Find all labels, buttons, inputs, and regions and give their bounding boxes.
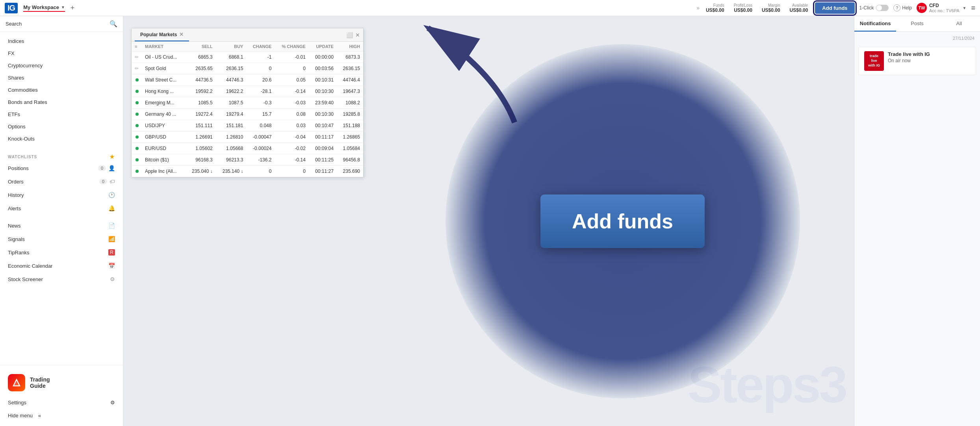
high-value: 235.690 — [337, 166, 363, 177]
popular-markets-tab[interactable]: Popular Markets ✕ — [135, 28, 189, 41]
table-row[interactable]: ✏Oil - US Crud...6865.36868.1-1-0.0100:0… — [132, 52, 363, 63]
table-row[interactable]: EUR/USD1.056021.05668-0.00024-0.0200:09:… — [132, 143, 363, 154]
sidebar-item-signals[interactable]: Signals 📶 — [0, 232, 123, 246]
notif-title: Trade live with IG — [888, 51, 970, 57]
notif-card[interactable]: tradelivewith IG Trade live with IG On a… — [858, 47, 976, 75]
table-row[interactable]: Wall Street C...44736.544746.320.60.0500… — [132, 74, 363, 86]
sidebar-item-options[interactable]: Options — [0, 120, 123, 133]
margin-display: Margin US$0.00 — [762, 3, 780, 13]
high-value: 1088.2 — [337, 97, 363, 109]
notif-tab-bar: Notifications Posts All — [854, 16, 980, 32]
market-name[interactable]: Apple Inc (All... — [142, 166, 185, 177]
table-row[interactable]: Hong Kong ...19592.219622.2-28.1-0.1400:… — [132, 86, 363, 97]
star-icon[interactable]: ★ — [110, 154, 115, 160]
market-name[interactable]: Emerging M... — [142, 97, 185, 109]
table-row[interactable]: Emerging M...1085.51087.5-0.3-0.0323:59:… — [132, 97, 363, 109]
add-funds-large-button[interactable]: Add funds — [540, 194, 705, 248]
spotlight-circle: Add funds — [445, 44, 800, 398]
sidebar-item-history[interactable]: History 🕐 — [0, 188, 123, 202]
table-row[interactable]: ✏Spot Gold2635.652636.150000:03:562636.1… — [132, 63, 363, 74]
high-value: 19285.8 — [337, 109, 363, 120]
row-status — [132, 109, 142, 120]
workspace-switcher[interactable]: My Workspace ▼ — [23, 4, 65, 12]
sidebar-item-bonds-rates[interactable]: Bonds and Rates — [0, 96, 123, 108]
sidebar-item-commodities[interactable]: Commodities — [0, 84, 123, 96]
sell-price: 19592.2 — [185, 86, 216, 97]
add-tab-button[interactable]: + — [71, 4, 75, 12]
tab-notifications[interactable]: Notifications — [854, 16, 896, 31]
sidebar-item-alerts[interactable]: Alerts 🔔 — [0, 202, 123, 215]
sidebar-item-indices[interactable]: Indices — [0, 35, 123, 47]
help-button[interactable]: ? Help — [893, 4, 912, 11]
tab-posts[interactable]: Posts — [896, 16, 938, 31]
sidebar-item-knock-outs[interactable]: Knock-Outs — [0, 133, 123, 145]
restore-window-button[interactable]: ⬜ — [346, 32, 353, 38]
col-header-market[interactable]: MARKET — [142, 42, 185, 52]
market-name[interactable]: Hong Kong ... — [142, 86, 185, 97]
sidebar-item-news[interactable]: News 📄 — [0, 219, 123, 232]
one-click-toggle[interactable] — [876, 5, 889, 11]
account-caret[interactable]: ▼ — [963, 6, 967, 10]
market-name[interactable]: Wall Street C... — [142, 74, 185, 86]
hide-menu-button[interactable]: Hide menu « — [0, 409, 123, 422]
close-window-button[interactable]: ✕ — [355, 32, 360, 38]
sidebar-item-positions[interactable]: Positions 0 👤 — [0, 161, 123, 175]
sidebar-item-shares[interactable]: Shares — [0, 72, 123, 84]
watchlists-label: WATCHLISTS — [8, 155, 37, 159]
col-header-pct-change[interactable]: % CHANGE — [275, 42, 309, 52]
sidebar-item-stock-screener[interactable]: Stock Screener ⚙ — [0, 272, 123, 286]
table-row[interactable]: Bitcoin ($1)96168.396213.3-136.2-0.1400:… — [132, 154, 363, 166]
market-name[interactable]: GBP/USD — [142, 132, 185, 143]
col-header-buy[interactable]: BUY — [216, 42, 247, 52]
change-value: -0.3 — [246, 97, 275, 109]
market-name[interactable]: Oil - US Crud... — [142, 52, 185, 63]
edit-icon[interactable]: ✏ — [135, 54, 139, 60]
market-name[interactable]: Bitcoin ($1) — [142, 154, 185, 166]
close-tab-icon[interactable]: ✕ — [179, 31, 184, 37]
sidebar-search[interactable]: Search 🔍 — [0, 16, 123, 32]
col-header-update[interactable]: UPDATE — [309, 42, 337, 52]
update-time: 00:03:56 — [309, 63, 337, 74]
calendar-icon: 📅 — [108, 263, 115, 269]
sell-price: 2635.65 — [185, 63, 216, 74]
update-time: 00:00:00 — [309, 52, 337, 63]
sidebar-item-fx[interactable]: FX — [0, 47, 123, 59]
market-name[interactable]: EUR/USD — [142, 143, 185, 154]
table-row[interactable]: Germany 40 ...19272.419279.415.70.0800:1… — [132, 109, 363, 120]
sidebar-item-economic-calendar[interactable]: Economic Calendar 📅 — [0, 259, 123, 272]
available-display: Available US$0.00 — [790, 3, 808, 13]
steps-watermark: Steps3 — [688, 355, 846, 414]
trading-guide-logo — [8, 374, 25, 391]
collapse-arrows[interactable]: » — [696, 5, 700, 11]
tab-all[interactable]: All — [938, 16, 980, 31]
add-funds-button[interactable]: Add funds — [815, 2, 854, 14]
sidebar-item-etfs[interactable]: ETFs — [0, 108, 123, 120]
pct-change-value: 0 — [275, 63, 309, 74]
sidebar-item-cryptocurrency[interactable]: Cryptocurrency — [0, 59, 123, 72]
row-status — [132, 86, 142, 97]
col-header-sell[interactable]: SELL — [185, 42, 216, 52]
orders-badge: 0 — [99, 179, 107, 184]
sell-price: 19272.4 — [185, 109, 216, 120]
table-row[interactable]: Apple Inc (All...235.040 ↓235.140 ↓0000:… — [132, 166, 363, 177]
market-name[interactable]: Germany 40 ... — [142, 109, 185, 120]
col-header-change[interactable]: CHANGE — [246, 42, 275, 52]
table-row[interactable]: USD/JPY151.111151.1810.0480.0300:10:4715… — [132, 120, 363, 132]
market-name[interactable]: Spot Gold — [142, 63, 185, 74]
row-status — [132, 143, 142, 154]
sidebar-item-tipranks[interactable]: TipRanks R — [0, 246, 123, 259]
col-header-indicator: ≡ — [132, 42, 142, 52]
col-header-high[interactable]: HIGH — [337, 42, 363, 52]
signals-icon: 📶 — [108, 236, 115, 242]
sidebar-item-orders[interactable]: Orders 0 🏷 — [0, 175, 123, 188]
market-name[interactable]: USD/JPY — [142, 120, 185, 132]
hamburger-menu-icon[interactable]: ≡ — [971, 4, 975, 12]
row-status — [132, 74, 142, 86]
edit-icon[interactable]: ✏ — [135, 66, 139, 71]
trading-guide-link[interactable]: TradingGuide — [0, 369, 123, 396]
popup-controls: ⬜ ✕ — [346, 32, 360, 38]
table-row[interactable]: GBP/USD1.266911.26810-0.00047-0.0400:11:… — [132, 132, 363, 143]
sidebar-settings[interactable]: Settings ⚙ — [0, 396, 123, 409]
buy-price: 2636.15 — [216, 63, 247, 74]
green-dot — [135, 124, 139, 127]
